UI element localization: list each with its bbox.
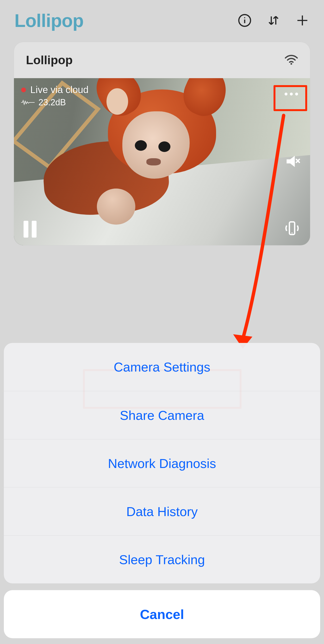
camera-name: Lollipop	[26, 53, 73, 67]
wifi-icon	[285, 53, 298, 67]
menu-sleep-tracking[interactable]: Sleep Tracking	[4, 535, 320, 584]
more-button[interactable]	[279, 87, 303, 101]
header-actions	[238, 13, 310, 28]
cancel-button[interactable]: Cancel	[4, 590, 320, 638]
svg-point-5	[291, 63, 292, 65]
phone-vibrate-button[interactable]	[284, 220, 301, 238]
app-header: Lollipop	[0, 0, 324, 41]
menu-camera-settings[interactable]: Camera Settings	[4, 343, 320, 391]
live-status: Live via cloud	[21, 84, 88, 95]
svg-point-2	[244, 17, 245, 18]
audio-level: 23.2dB	[21, 98, 66, 108]
live-status-label: Live via cloud	[30, 84, 88, 95]
camera-card-header: Lollipop	[14, 42, 310, 78]
camera-card: Lollipop Live via cloud 23.2dB	[14, 42, 310, 245]
action-sheet-list: Camera Settings Share Camera Network Dia…	[4, 343, 320, 584]
svg-point-7	[292, 232, 293, 234]
db-value: 23.2dB	[38, 98, 66, 108]
app-title: Lollipop	[14, 10, 83, 31]
camera-video[interactable]: Live via cloud 23.2dB	[14, 78, 310, 245]
pause-button[interactable]	[23, 221, 36, 238]
mute-button[interactable]	[285, 153, 302, 170]
sort-icon[interactable]	[266, 13, 281, 28]
menu-network-diagnosis[interactable]: Network Diagnosis	[4, 439, 320, 487]
info-icon[interactable]	[238, 13, 252, 28]
plus-icon[interactable]	[295, 13, 310, 28]
live-dot-icon	[21, 88, 26, 92]
action-sheet: Camera Settings Share Camera Network Dia…	[4, 343, 320, 638]
waveform-icon	[21, 99, 35, 106]
menu-data-history[interactable]: Data History	[4, 487, 320, 535]
menu-share-camera[interactable]: Share Camera	[4, 391, 320, 439]
